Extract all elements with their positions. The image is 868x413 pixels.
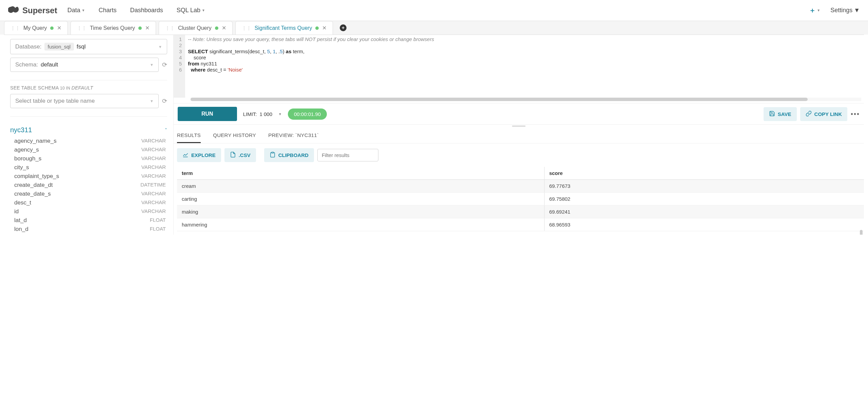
column-row[interactable]: create_date_dtDATETIME xyxy=(10,181,166,190)
column-name: desc_t xyxy=(14,199,31,206)
schema-summary: SEE TABLE SCHEMA 10 IN DEFAULT xyxy=(10,85,167,91)
left-panel: Database: fusion_sql fsql ▼ Schema: defa… xyxy=(4,35,174,235)
table-cell: 68.96593 xyxy=(544,218,864,231)
brand-logo[interactable]: Superset xyxy=(8,5,57,16)
tab-time-series[interactable]: ⋮⋮ Time Series Query ✕ xyxy=(71,21,156,35)
close-icon[interactable]: ✕ xyxy=(57,25,61,31)
csv-button[interactable]: .CSV xyxy=(224,148,256,162)
column-name: lon_d xyxy=(14,226,28,233)
column-row[interactable]: city_sVARCHAR xyxy=(10,163,166,172)
nav-charts[interactable]: Charts xyxy=(99,7,117,14)
table-cell: 69.75802 xyxy=(544,193,864,205)
nav-dashboards[interactable]: Dashboards xyxy=(130,7,163,14)
column-type: VARCHAR xyxy=(141,208,166,215)
tab-my-query[interactable]: ⋮⋮ My Query ✕ xyxy=(4,21,68,35)
refresh-schema-icon[interactable]: ⟳ xyxy=(162,61,167,68)
explore-button[interactable]: EXPLORE xyxy=(177,148,221,162)
clipboard-icon xyxy=(270,152,276,159)
tab-results[interactable]: RESULTS xyxy=(177,132,201,143)
column-name: id xyxy=(14,208,19,215)
pane-resize-handle[interactable] xyxy=(174,125,864,127)
column-row[interactable]: complaint_type_sVARCHAR xyxy=(10,172,166,181)
column-header[interactable]: term xyxy=(177,167,544,180)
tab-significant-terms[interactable]: ⋮⋮ Significant Terms Query ✕ xyxy=(235,21,333,35)
editor-code[interactable]: -- Note: Unless you save your query, the… xyxy=(185,35,864,98)
save-button[interactable]: SAVE xyxy=(764,107,797,121)
caret-down-icon: ▼ xyxy=(150,99,154,103)
chevron-up-icon: ˄ xyxy=(165,127,167,133)
refresh-table-icon[interactable]: ⟳ xyxy=(162,97,167,105)
caret-down-icon: ▼ xyxy=(817,8,820,12)
column-row[interactable]: idVARCHAR xyxy=(10,207,166,216)
tab-cluster[interactable]: ⋮⋮ Cluster Query ✕ xyxy=(159,21,233,35)
more-actions-icon[interactable]: ••• xyxy=(851,110,860,118)
table-row[interactable]: making69.69241 xyxy=(177,205,864,218)
add-tab-button[interactable]: ＋ xyxy=(336,22,351,34)
link-icon xyxy=(806,111,812,118)
column-row[interactable]: lon_dFLOAT xyxy=(10,225,166,234)
clipboard-button[interactable]: CLIPBOARD xyxy=(264,148,314,162)
close-icon[interactable]: ✕ xyxy=(222,25,226,31)
column-row[interactable]: borough_sVARCHAR xyxy=(10,154,166,163)
status-dot-icon xyxy=(315,26,319,30)
table-cell: 69.69241 xyxy=(544,205,864,218)
column-type: FLOAT xyxy=(150,226,166,233)
column-type: VARCHAR xyxy=(141,173,166,180)
column-name: city_s xyxy=(14,164,29,171)
database-select[interactable]: Database: fusion_sql fsql ▼ xyxy=(10,39,167,54)
filter-results-input[interactable] xyxy=(317,149,378,161)
results-vscrollbar[interactable] xyxy=(860,230,863,235)
column-header[interactable]: score xyxy=(544,167,864,180)
database-label: Database: xyxy=(15,43,42,50)
nav-data[interactable]: Data▼ xyxy=(67,7,85,14)
plus-icon: ＋ xyxy=(809,6,816,15)
column-name: lat_d xyxy=(14,217,27,224)
column-list[interactable]: agency_name_sVARCHARagency_sVARCHARborou… xyxy=(10,137,167,235)
add-button[interactable]: ＋▼ xyxy=(809,6,820,15)
limit-select[interactable]: LIMIT: 1 000 ▼ xyxy=(243,111,282,117)
column-type: VARCHAR xyxy=(141,155,166,162)
drag-icon: ⋮⋮ xyxy=(242,25,251,31)
save-icon xyxy=(769,111,775,118)
database-value: fsql xyxy=(77,43,85,50)
column-row[interactable]: lat_dFLOAT xyxy=(10,216,166,225)
table-row[interactable]: carting69.75802 xyxy=(177,193,864,205)
brand-text: Superset xyxy=(22,6,57,15)
copy-link-button[interactable]: COPY LINK xyxy=(800,107,847,121)
database-chip: fusion_sql xyxy=(44,43,74,51)
tab-preview[interactable]: PREVIEW: `NYC311` xyxy=(268,132,319,143)
column-row[interactable]: desc_tVARCHAR xyxy=(10,198,166,207)
table-row[interactable]: hammering68.96593 xyxy=(177,218,864,231)
query-timer: 00:00:01.90 xyxy=(288,109,327,120)
column-name: complaint_type_s xyxy=(14,173,59,180)
caret-down-icon: ▼ xyxy=(82,8,85,12)
table-row[interactable]: cream69.77673 xyxy=(177,180,864,193)
run-button[interactable]: RUN xyxy=(178,107,237,121)
run-toolbar: RUN LIMIT: 1 000 ▼ 00:00:01.90 SAVE COPY… xyxy=(174,103,864,125)
table-select[interactable]: Select table or type table name ▼ xyxy=(10,94,159,108)
table-placeholder: Select table or type table name xyxy=(15,98,95,104)
table-cell: hammering xyxy=(177,218,544,231)
column-type: VARCHAR xyxy=(141,164,166,171)
schema-select[interactable]: Schema: default ▼ xyxy=(10,58,159,72)
tab-label: Significant Terms Query xyxy=(255,25,312,31)
close-icon[interactable]: ✕ xyxy=(322,25,327,31)
nav-sqllab[interactable]: SQL Lab▼ xyxy=(177,7,205,14)
column-row[interactable]: agency_sVARCHAR xyxy=(10,145,166,154)
limit-value: 1 000 xyxy=(260,111,273,117)
nav-settings[interactable]: Settings▼ xyxy=(830,7,860,14)
column-type: VARCHAR xyxy=(141,138,166,144)
column-row[interactable]: create_date_sVARCHAR xyxy=(10,190,166,198)
table-header[interactable]: nyc311 ˄ xyxy=(10,126,167,134)
sql-editor[interactable]: 123456 -- Note: Unless you save your que… xyxy=(174,35,864,98)
tab-query-history[interactable]: QUERY HISTORY xyxy=(213,132,256,143)
status-dot-icon xyxy=(215,26,218,30)
column-row[interactable]: agency_name_sVARCHAR xyxy=(10,137,166,145)
table-cell: making xyxy=(177,205,544,218)
caret-down-icon: ▼ xyxy=(278,112,282,116)
editor-hscrollbar[interactable] xyxy=(191,98,861,101)
close-icon[interactable]: ✕ xyxy=(145,25,150,31)
logo-icon xyxy=(8,5,20,16)
caret-down-icon: ▼ xyxy=(202,8,205,12)
caret-down-icon: ▼ xyxy=(158,45,162,49)
